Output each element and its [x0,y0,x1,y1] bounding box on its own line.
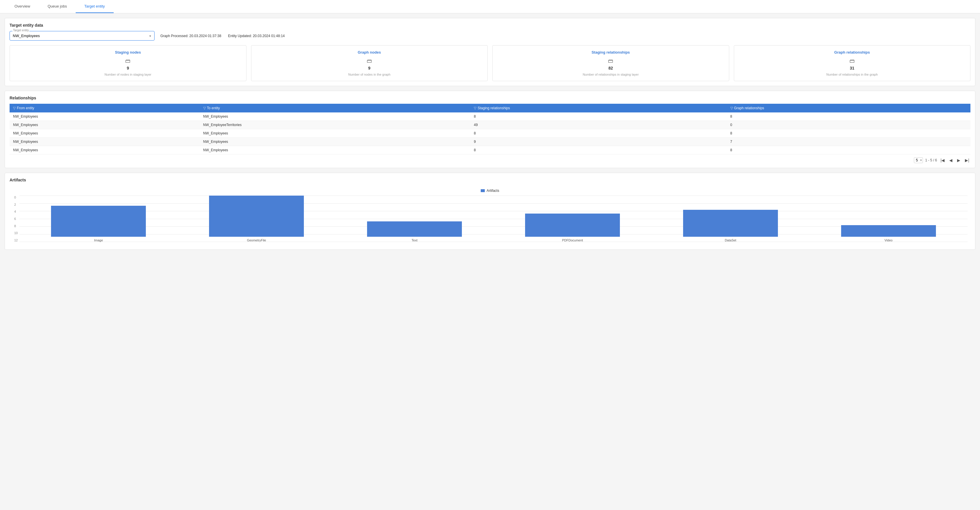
table-row: NW_EmployeesNW_Employees88 [10,113,970,121]
table-cell-1-1: NW_EmployeeTerritories [200,121,471,129]
target-entity-row: Target entity NW_Employees ▼ Graph Proce… [10,31,970,41]
artifacts-section: Artifacts Artifacts 121086420 ImageGeome… [5,173,975,250]
bar-group-3: PDFDocument [493,195,652,242]
first-page-button[interactable]: |◀ [939,157,946,163]
table-cell-0-1: NW_Employees [200,113,471,121]
last-page-button[interactable]: ▶| [964,157,970,163]
table-cell-3-3: 7 [727,138,971,146]
bar-group-2: Text [336,195,493,242]
y-axis-label: 6 [14,217,18,221]
filter-icon: ▽ [13,106,16,110]
entity-updated-time: Entity Updated: 20.03.2024 01:48:14 [228,34,285,38]
filter-icon: ▽ [474,106,476,110]
stat-title-1: Graph nodes [256,50,483,54]
chart-inner: ImageGeometryFileTextPDFDocumentDataSetV… [19,195,967,242]
bar-label-0: Image [94,238,103,242]
y-axis-label: 2 [14,203,18,206]
bar-label-3: PDFDocument [562,238,583,242]
section-title: Target entity data [10,23,970,27]
stat-value-1: 9 [256,66,483,70]
target-entity-selector: Target entity NW_Employees ▼ [10,31,154,41]
artifacts-title: Artifacts [10,178,970,182]
y-axis-label: 12 [14,238,18,242]
table-cell-4-3: 8 [727,146,971,154]
stat-title-0: Staging nodes [14,50,242,54]
table-cell-4-1: NW_Employees [200,146,471,154]
database-icon-3: 🗃 [739,58,966,64]
nav-overview[interactable]: Overview [6,0,39,13]
table-cell-1-0: NW_Employees [10,121,200,129]
top-navigation: Overview Queue jobs Target entity [0,0,980,13]
next-page-button[interactable]: ▶ [956,157,961,163]
bar-label-4: DataSet [725,238,737,242]
y-axis-labels: 121086420 [13,195,19,242]
y-axis-label: 10 [14,231,18,235]
bar-pdfdocument [525,214,620,237]
col-graph-relationships[interactable]: ▽Graph relationships [727,104,971,113]
col-staging-relationships[interactable]: ▽Staging relationships [470,104,727,113]
select-label: Target entity [13,29,29,32]
y-axis-label: 4 [14,210,18,213]
table-cell-1-3: 0 [727,121,971,129]
stat-card-2: Staging relationships 🗃 82 Number of rel… [492,45,729,81]
bar-group-0: Image [19,195,177,242]
bar-geometryfile [209,195,304,237]
table-cell-2-2: 8 [470,129,727,138]
stat-card-1: Graph nodes 🗃 9 Number of nodes in the g… [251,45,488,81]
database-icon-0: 🗃 [14,58,242,64]
graph-processed-time: Graph Processed: 20.03.2024 01:37:38 [160,34,221,38]
bar-label-5: Video [885,238,893,242]
bar-group-1: GeometryFile [177,195,336,242]
stat-desc-3: Number of relationships in the graph [739,73,966,76]
main-content: Target entity data Target entity NW_Empl… [0,13,980,254]
stat-card-3: Graph relationships 🗃 31 Number of relat… [734,45,971,81]
col-to-entity[interactable]: ▽To entity [200,104,471,113]
table-cell-3-0: NW_Employees [10,138,200,146]
table-cell-4-2: 8 [470,146,727,154]
nav-target-entity[interactable]: Target entity [76,0,114,13]
legend-color-icon [481,189,485,192]
stat-desc-2: Number of relationships in staging layer [497,73,724,76]
table-cell-0-0: NW_Employees [10,113,200,121]
table-cell-3-1: NW_Employees [200,138,471,146]
stat-desc-0: Number of nodes in staging layer [14,73,242,76]
table-row: NW_EmployeesNW_Employees97 [10,138,970,146]
stat-desc-1: Number of nodes in the graph [256,73,483,76]
prev-page-button[interactable]: ◀ [948,157,954,163]
table-row: NW_EmployeesNW_Employees88 [10,146,970,154]
relationships-title: Relationships [10,95,970,100]
bar-group-5: Video [810,195,967,242]
table-cell-0-3: 8 [727,113,971,121]
bar-label-2: Text [412,238,417,242]
stat-value-3: 31 [739,66,966,70]
stat-title-3: Graph relationships [739,50,966,54]
table-cell-2-1: NW_Employees [200,129,471,138]
stat-value-2: 82 [497,66,724,70]
database-icon-1: 🗃 [256,58,483,64]
bar-dataset [683,210,778,237]
target-entity-section: Target entity data Target entity NW_Empl… [5,18,975,86]
bar-group-4: DataSet [652,195,810,242]
table-cell-2-3: 8 [727,129,971,138]
nav-queue-jobs[interactable]: Queue jobs [39,0,76,13]
bar-video [841,225,936,237]
page-info: 1 - 5 / 6 [925,158,937,162]
relationships-table: ▽From entity▽To entity▽Staging relations… [10,104,970,154]
chart-legend: Artifacts [13,189,967,193]
stat-value-0: 9 [14,66,242,70]
table-row: NW_EmployeesNW_EmployeeTerritories490 [10,121,970,129]
pagination-row: 5 ▼ 1 - 5 / 6 |◀ ◀ ▶ ▶| [10,157,970,163]
stats-row: Staging nodes 🗃 9 Number of nodes in sta… [10,45,970,81]
filter-icon: ▽ [203,106,206,110]
artifacts-chart: Artifacts 121086420 ImageGeometryFileTex… [10,186,970,245]
chart-with-yaxis: 121086420 ImageGeometryFileTextPDFDocume… [13,195,967,242]
target-entity-select[interactable]: NW_Employees [10,31,154,41]
page-size-select[interactable]: 5 [914,157,923,163]
table-cell-2-0: NW_Employees [10,129,200,138]
table-cell-0-2: 8 [470,113,727,121]
relationships-section: Relationships ▽From entity▽To entity▽Sta… [5,91,975,168]
bar-image [51,206,146,237]
bar-text [367,221,462,237]
filter-icon: ▽ [730,106,733,110]
col-from-entity[interactable]: ▽From entity [10,104,200,113]
